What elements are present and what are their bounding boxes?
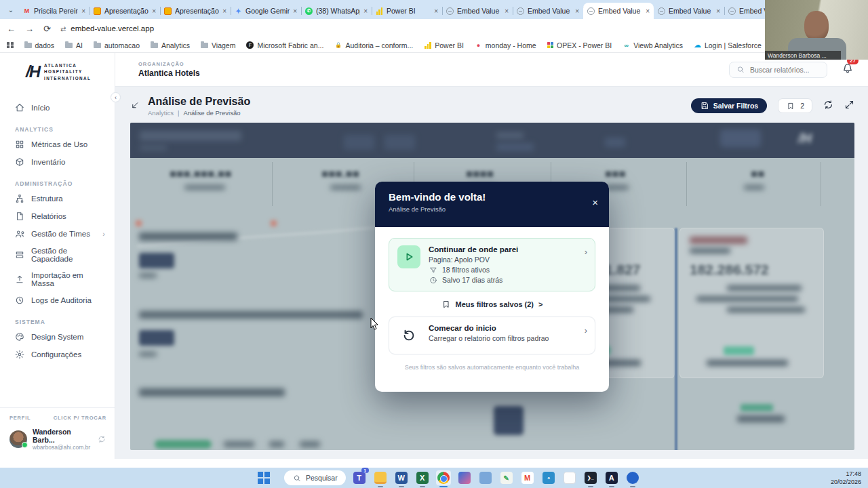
sidebar-item-metricas[interactable]: Métricas de Uso	[0, 136, 115, 153]
modal-footer-note: Seus filtros são salvos automaticamente …	[389, 364, 595, 371]
tab-close-icon[interactable]: ×	[152, 7, 156, 15]
sidebar-item-estrutura[interactable]: Estrutura	[0, 190, 115, 207]
terminal-app[interactable]: ❯_	[583, 470, 598, 485]
collapse-arrow-icon[interactable]	[130, 101, 140, 110]
sidebar-collapse-button[interactable]: ‹	[111, 92, 121, 102]
browser-tab[interactable]: Embed Value - ×	[442, 3, 513, 19]
sidebar-item-gestao-capacidade[interactable]: Gestão de Capacidade	[0, 243, 115, 267]
box-icon	[15, 157, 24, 167]
resume-page: Pagina: Apolo POV	[429, 256, 587, 264]
tab-label: (38) WhatsApp	[316, 7, 360, 15]
tab-close-icon[interactable]: ×	[363, 7, 368, 15]
vscode-app[interactable]: ‹›	[541, 470, 556, 485]
browser-tab[interactable]: Embed Value - ×	[513, 3, 583, 19]
notepad-app[interactable]	[562, 470, 577, 485]
browser-tab[interactable]: M Priscila Pereira ×	[19, 3, 90, 19]
teams-icon: T	[353, 472, 366, 484]
bookmark-item[interactable]: OPEX - Power BI	[547, 41, 612, 49]
sidebar-item-inventario[interactable]: Inventário	[0, 153, 115, 171]
tab-search-menu-icon[interactable]: ⌄	[4, 3, 18, 16]
bookmark-folder[interactable]: dados	[24, 41, 55, 49]
gmail-app[interactable]: M	[520, 470, 535, 485]
saved-filters-link[interactable]: Meus filtros salvos (2) >	[389, 300, 595, 308]
chrome-app[interactable]	[436, 470, 451, 485]
bookmark-item[interactable]: 🔒Auditoria – conform...	[334, 41, 413, 49]
switch-icon[interactable]	[97, 435, 106, 443]
sidebar-item-design-system[interactable]: Design System	[0, 328, 115, 346]
sidebar-item-logs[interactable]: Logs de Auditoria	[0, 291, 115, 309]
app-a[interactable]: A	[604, 470, 619, 485]
word-app[interactable]: W	[394, 470, 409, 485]
tab-close-icon[interactable]: ×	[575, 7, 579, 15]
taskbar-clock[interactable]: 17:48 20/02/2026	[831, 470, 861, 486]
sidebar-item-relatorios[interactable]: Relatórios	[0, 207, 115, 225]
editor-app[interactable]: ✎	[499, 470, 514, 485]
tab-close-icon[interactable]: ×	[222, 7, 226, 15]
forward-icon[interactable]: →	[25, 24, 34, 34]
bookmark-folder[interactable]: Viagem	[201, 41, 235, 49]
browser-tab[interactable]: Power BI ×	[372, 3, 442, 19]
restart-card[interactable]: Comecar do inicio Carregar o relatorio c…	[389, 317, 595, 354]
notifications-button[interactable]: 27	[842, 63, 853, 77]
refresh-button[interactable]	[823, 100, 833, 113]
bookmark-item[interactable]: Power BI	[424, 41, 464, 49]
browser-tab-active[interactable]: Embed Value - ×	[583, 3, 654, 19]
search-input[interactable]	[750, 66, 821, 74]
saved-bookmarks-button[interactable]: 2	[778, 98, 812, 113]
tab-close-icon[interactable]: ×	[293, 7, 297, 15]
bookmark-folder[interactable]: Analytics	[151, 41, 190, 49]
tab-close-icon[interactable]: ×	[716, 7, 720, 15]
browser-tab[interactable]: ✆ (38) WhatsApp ×	[301, 3, 372, 19]
tab-label: Embed Value -	[528, 7, 572, 15]
profile-row[interactable]: Wanderson Barb... wbarbosa@ahi.com.br	[9, 428, 106, 451]
power-automate-app[interactable]	[457, 470, 472, 485]
teams-app[interactable]: T1	[352, 470, 367, 485]
tab-label: Embed Value -	[669, 7, 713, 15]
browser-tab[interactable]: Embed Value - ×	[654, 3, 724, 19]
save-filters-button[interactable]: Salvar Filtros	[691, 98, 768, 113]
resume-card[interactable]: Continuar de onde parei Pagina: Apolo PO…	[389, 238, 595, 291]
folder-icon	[24, 43, 32, 48]
start-button[interactable]	[256, 470, 271, 485]
bookmark-folder[interactable]: automacao	[94, 41, 140, 49]
restart-subtitle: Carregar o relatorio com filtros padrao	[429, 334, 587, 342]
blue-circle-app[interactable]	[625, 470, 640, 485]
site-info-icon[interactable]: ⇄	[60, 25, 65, 33]
bookmark-item[interactable]: FMicrosoft Fabric an...	[246, 41, 323, 49]
report-search-box[interactable]	[729, 62, 827, 78]
palette-icon	[15, 332, 24, 342]
explorer-app[interactable]	[373, 470, 388, 485]
vscode-icon: ‹›	[542, 472, 555, 484]
clock-icon	[429, 277, 438, 284]
taskbar-search[interactable]: Pesquisar	[284, 470, 346, 485]
tab-close-icon[interactable]: ×	[434, 7, 438, 15]
tab-close-icon[interactable]: ×	[81, 7, 85, 15]
bookmark-item[interactable]: ☁Login | Salesforce	[694, 41, 762, 49]
quick-assist-app[interactable]	[478, 470, 493, 485]
reload-icon[interactable]: ⟳	[43, 24, 51, 34]
page-head: Análise de Previsão Analytics | Análise …	[130, 96, 854, 125]
bookmark-folder[interactable]: AI	[65, 41, 83, 49]
back-icon[interactable]: ←	[7, 24, 16, 34]
org-label: ORGANIZAÇÃO	[138, 61, 200, 67]
browser-tab[interactable]: Apresentação ×	[90, 3, 160, 19]
bookmark-item[interactable]: ∞Viewb Analytics	[623, 41, 683, 49]
apps-grid-icon[interactable]	[7, 42, 14, 49]
salesforce-icon: ☁	[694, 41, 701, 49]
browser-tab[interactable]: Apresentação ×	[160, 3, 231, 19]
excel-app[interactable]: X	[415, 470, 430, 485]
close-icon[interactable]: ×	[592, 197, 598, 208]
sidebar-item-inicio[interactable]: Início	[0, 99, 115, 117]
sidebar-item-gestao-times[interactable]: Gestão de Times ›	[0, 225, 115, 243]
address-bar[interactable]: ⇄ embed-value.vercel.app	[60, 24, 154, 33]
sidebar-item-importacao[interactable]: Importação em Massa	[0, 267, 115, 291]
structure-icon	[15, 194, 24, 203]
breadcrumb-analytics[interactable]: Analytics	[148, 109, 174, 117]
tab-close-icon[interactable]: ×	[505, 7, 509, 15]
fullscreen-button[interactable]	[844, 100, 854, 113]
sidebar-item-configuracoes[interactable]: Configurações	[0, 346, 115, 363]
browser-tab[interactable]: ✦ Google Gemini ×	[231, 3, 301, 19]
switch-profile-button[interactable]: CLICK P/ TROCAR	[54, 415, 106, 421]
tab-close-icon[interactable]: ×	[646, 7, 650, 15]
bookmark-item[interactable]: ●monday - Home	[475, 41, 536, 49]
